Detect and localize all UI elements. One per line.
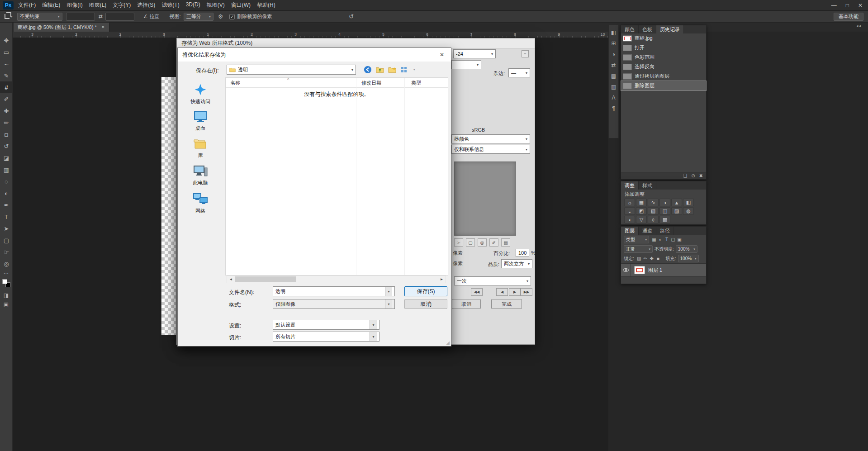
filter-type-layers-icon[interactable]: T	[664, 237, 670, 242]
minimize-button[interactable]: —	[831, 2, 837, 9]
lock-move-icon[interactable]: ✥	[649, 256, 655, 261]
brightness-contrast-icon[interactable]: ☼	[624, 199, 635, 206]
file-list[interactable]: ^ 名称 修改日期 类型 没有与搜索条件匹配的项。	[225, 77, 448, 275]
overlay-select[interactable]: 三等分 ▾	[184, 13, 213, 21]
save-in-select[interactable]: 透明 ▾	[227, 65, 356, 75]
panel-tab[interactable]: 调整	[621, 181, 639, 190]
exposure-icon[interactable]: ◑	[659, 199, 670, 206]
chevron-down-icon[interactable]: ▾	[370, 320, 377, 329]
color-balance-icon[interactable]: ◒	[624, 207, 635, 215]
column-header-type[interactable]: 类型	[411, 80, 421, 86]
playback-button[interactable]: ▶▶	[521, 288, 532, 296]
edit-toolbar-icon[interactable]: ⋯	[4, 271, 9, 276]
file-name-input[interactable]: 透明 ▾	[273, 286, 395, 296]
hue-saturation-icon[interactable]: ◧	[683, 199, 694, 206]
history-state[interactable]: 色彩范围	[621, 52, 706, 62]
blend-mode-select[interactable]: 正常 ▾	[624, 245, 653, 253]
history-brush-tool[interactable]: ↺	[0, 140, 13, 152]
eyedropper-tool[interactable]: ✐	[0, 93, 13, 105]
lock-transparent-icon[interactable]: ▨	[636, 256, 642, 261]
styles-panel-icon[interactable]: ▥	[609, 82, 618, 91]
layer-row[interactable]: 图层 1	[621, 263, 706, 277]
delete-cropped-pixels-checkbox[interactable]: ✓	[229, 14, 235, 19]
color-lookup-icon[interactable]: ▨	[671, 207, 682, 215]
preset-select[interactable]: -24 ▾	[453, 49, 496, 58]
close-tab-icon[interactable]: ✕	[101, 25, 105, 29]
percent-input[interactable]: 100	[516, 249, 529, 257]
properties-panel-icon[interactable]: ⊞	[609, 39, 618, 48]
menu-item[interactable]: 视图(V)	[207, 1, 225, 9]
new-snapshot-icon[interactable]: ⊙	[691, 173, 695, 178]
crop-tool[interactable]: #	[0, 81, 13, 93]
clipped-combo[interactable]: ▾	[451, 60, 481, 69]
hand-tool-icon[interactable]: ☞	[454, 238, 463, 247]
crop-tool-icon[interactable]	[5, 14, 9, 19]
playback-button[interactable]: ◀◀	[471, 288, 483, 296]
layer-visibility-cell[interactable]	[621, 264, 631, 276]
crop-options-gear-icon[interactable]: ⚙	[218, 13, 223, 20]
quick-selection-tool[interactable]: ✎	[0, 70, 13, 81]
settings-select[interactable]: 默认设置 ▾	[273, 320, 379, 330]
adjustments-panel-icon[interactable]: ◑	[609, 50, 618, 59]
history-state[interactable]: 选择反向	[621, 62, 706, 71]
panel-tab[interactable]: 路径	[656, 227, 674, 235]
document-tab[interactable]: 商标.jpg @ 50% (图层 1, CMYK/8) * ✕	[14, 23, 109, 32]
save-dialog-titlebar[interactable]: 将优化结果存储为 ✕	[178, 48, 451, 62]
pen-tool[interactable]: ✒	[0, 199, 13, 211]
playback-button[interactable]: ◀	[496, 288, 508, 296]
channel-mixer-icon[interactable]: ◫	[659, 207, 670, 215]
sidebar-item-this-pc[interactable]: 此电脑	[179, 164, 222, 186]
panel-tab[interactable]: 图层	[621, 227, 639, 235]
color-table-preview[interactable]	[454, 161, 516, 236]
delete-state-icon[interactable]: ✖	[699, 173, 703, 178]
blur-tool[interactable]: ◌	[0, 176, 13, 187]
filter-pixel-layers-icon[interactable]: ▦	[651, 237, 657, 242]
threshold-icon[interactable]: ▽	[636, 216, 647, 223]
menu-item[interactable]: 图像(I)	[66, 1, 82, 9]
up-one-level-icon[interactable]	[375, 65, 384, 74]
crop-height-input[interactable]	[105, 13, 134, 21]
menu-item[interactable]: 编辑(E)	[42, 1, 60, 9]
quick-mask-icon[interactable]: ◨	[4, 292, 9, 299]
foreground-color-swatch[interactable]	[2, 279, 7, 284]
layer-name[interactable]: 图层 1	[648, 267, 662, 274]
scroll-right-icon[interactable]: ►	[438, 276, 446, 283]
slices-select[interactable]: 所有切片 ▾	[273, 332, 379, 342]
menu-item[interactable]: 滤镜(T)	[161, 1, 179, 9]
workspace-switcher-button[interactable]: 基本功能	[834, 13, 863, 21]
panel-tab[interactable]: 色板	[639, 25, 656, 33]
eraser-tool[interactable]: ◪	[0, 152, 13, 164]
maximize-button[interactable]: □	[846, 2, 849, 9]
type-tool[interactable]: T	[0, 211, 13, 223]
column-header-name[interactable]: 名称	[230, 80, 240, 86]
marquee-tool[interactable]: ▭	[0, 46, 13, 58]
info-panel-icon[interactable]: ⇄	[609, 61, 618, 70]
gradient-map-icon[interactable]: ◊	[648, 216, 659, 223]
playback-button[interactable]: ▶	[509, 288, 521, 296]
hand-tool[interactable]: ☞	[0, 246, 13, 258]
views-icon[interactable]	[400, 65, 409, 74]
opacity-select[interactable]: 100% ▾	[676, 245, 697, 253]
slice-select-tool-icon[interactable]: ▢	[466, 238, 475, 247]
chevron-down-icon[interactable]: ▾	[370, 332, 377, 341]
swap-dimensions-icon[interactable]: ⇄	[99, 14, 103, 19]
clone-stamp-tool[interactable]: ◘	[0, 128, 13, 140]
layer-thumbnail[interactable]	[634, 266, 645, 274]
scrollbar-thumb[interactable]	[235, 276, 296, 282]
dodge-tool[interactable]: ◐	[0, 187, 13, 199]
chevron-down-icon[interactable]: ▾	[385, 299, 392, 309]
vibrance-icon[interactable]: ▲	[671, 199, 682, 206]
histogram-panel-icon[interactable]: ▤	[609, 71, 618, 81]
sidebar-item-desktop[interactable]: 桌面	[179, 110, 222, 132]
loop-select[interactable]: 一次 ▾	[454, 276, 531, 285]
sfw-done-button[interactable]: 完成	[491, 299, 522, 309]
reset-tool-icon[interactable]: ↺	[349, 13, 354, 20]
black-white-icon[interactable]: ◩	[636, 207, 647, 215]
monitor-color-select[interactable]: 器颜色 ▾	[451, 134, 530, 143]
toggle-slices-icon[interactable]: ▤	[501, 238, 510, 247]
sidebar-item-quick-access[interactable]: 快速访问	[179, 83, 222, 105]
lasso-tool[interactable]: ∽	[0, 58, 13, 70]
sidebar-item-network[interactable]: 网络	[179, 192, 222, 214]
selective-color-icon[interactable]: ▩	[659, 216, 670, 223]
healing-brush-tool[interactable]: ✚	[0, 105, 13, 117]
